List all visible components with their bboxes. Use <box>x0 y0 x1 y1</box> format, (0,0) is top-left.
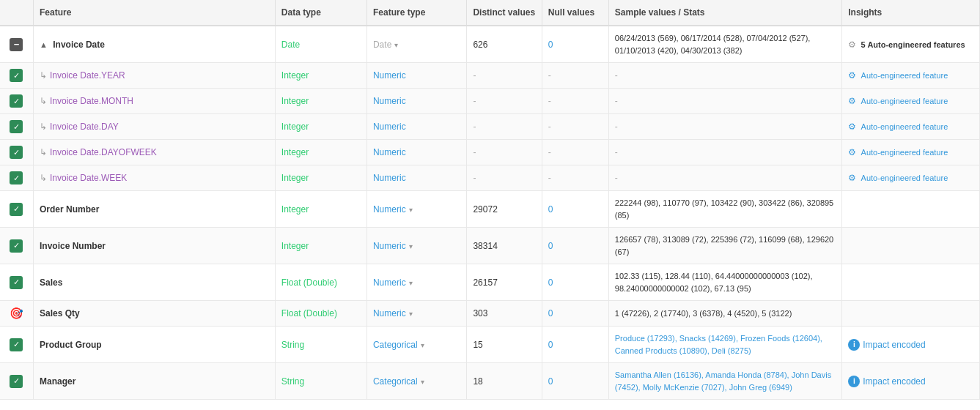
row-feature-name: Order Number <box>33 191 275 228</box>
row-null-values: 0 <box>542 264 608 301</box>
row-feature-name: ↳Invoice Date.DAY <box>33 114 275 140</box>
dropdown-arrow-icon[interactable]: ▾ <box>394 41 398 49</box>
row-datatype: Integer <box>275 228 366 264</box>
table-row: ✓↳Invoice Date.YEARIntegerNumeric--- ⚙ A… <box>0 63 980 89</box>
row-sample-values: Samantha Allen (16136), Amanda Honda (87… <box>608 363 841 400</box>
table-row: 🎯Sales QtyFloat (Double)Numeric▾30301 (4… <box>0 301 980 327</box>
row-checkbox[interactable]: ✓ <box>0 140 33 165</box>
row-null-values: 0 <box>542 363 608 400</box>
table-row: ✓↳Invoice Date.MONTHIntegerNumeric--- ⚙ … <box>0 89 980 114</box>
checkbox-minus-icon[interactable]: − <box>10 38 23 51</box>
row-checkbox[interactable]: − <box>0 26 33 63</box>
gear-icon: ⚙ <box>848 122 856 132</box>
row-checkbox[interactable]: ✓ <box>0 327 33 363</box>
row-checkbox[interactable]: ✓ <box>0 89 33 114</box>
row-null-values: 0 <box>542 327 608 363</box>
row-featuretype[interactable]: Numeric▾ <box>366 191 466 228</box>
row-sample-values: 222244 (98), 110770 (97), 103422 (90), 3… <box>608 191 841 228</box>
table-row: ✓Product GroupStringCategorical▾150Produ… <box>0 327 980 363</box>
row-distinct-values: - <box>467 140 542 165</box>
row-feature-name: Sales Qty <box>33 301 275 327</box>
row-insights <box>842 301 980 327</box>
row-distinct-values: 15 <box>467 327 542 363</box>
row-checkbox[interactable]: ✓ <box>0 165 33 191</box>
row-checkbox[interactable]: ✓ <box>0 363 33 400</box>
row-distinct-values: - <box>467 63 542 89</box>
row-checkbox[interactable]: ✓ <box>0 191 33 228</box>
checkbox-check-icon[interactable]: ✓ <box>10 146 23 159</box>
row-datatype: Integer <box>275 191 366 228</box>
checkbox-check-icon[interactable]: ✓ <box>10 276 23 289</box>
dropdown-arrow-icon[interactable]: ▾ <box>409 310 413 318</box>
table-row: ✓↳Invoice Date.DAYOFWEEKIntegerNumeric--… <box>0 140 980 165</box>
gear-icon: ⚙ <box>848 70 856 81</box>
target-icon[interactable]: 🎯 <box>10 307 23 320</box>
row-datatype: String <box>275 327 366 363</box>
header-featuretype: Feature type <box>366 0 466 26</box>
sub-arrow-icon: ↳ <box>40 70 47 81</box>
row-featuretype[interactable]: Categorical▾ <box>366 327 466 363</box>
row-distinct-values: 38314 <box>467 228 542 264</box>
dropdown-arrow-icon[interactable]: ▾ <box>409 242 413 250</box>
row-checkbox[interactable]: ✓ <box>0 114 33 140</box>
expand-icon[interactable]: ▲ <box>40 40 48 49</box>
row-null-values: - <box>542 63 608 89</box>
checkbox-check-icon[interactable]: ✓ <box>10 338 23 351</box>
row-sample-values: 06/24/2013 (569), 06/17/2014 (528), 07/0… <box>608 26 841 63</box>
header-feature: Feature <box>33 0 275 26</box>
row-distinct-values: 303 <box>467 301 542 327</box>
row-featuretype[interactable]: Numeric▾ <box>366 228 466 264</box>
row-feature-name: ↳Invoice Date.WEEK <box>33 165 275 191</box>
header-sample: Sample values / Stats <box>608 0 841 26</box>
row-datatype: Integer <box>275 89 366 114</box>
checkbox-check-icon[interactable]: ✓ <box>10 203 23 216</box>
dropdown-arrow-icon[interactable]: ▾ <box>409 206 413 214</box>
row-checkbox[interactable]: ✓ <box>0 264 33 301</box>
dropdown-arrow-icon[interactable]: ▾ <box>421 341 424 349</box>
row-featuretype[interactable]: Categorical▾ <box>366 363 466 400</box>
row-featuretype: Numeric <box>366 165 466 191</box>
header-checkbox <box>0 0 33 26</box>
row-datatype: String <box>275 363 366 400</box>
header-insights: Insights <box>842 0 980 26</box>
row-datatype: Float (Double) <box>275 264 366 301</box>
checkbox-check-icon[interactable]: ✓ <box>10 375 23 388</box>
dropdown-arrow-icon[interactable]: ▾ <box>421 378 424 386</box>
row-datatype: Integer <box>275 63 366 89</box>
gear-icon: ⚙ <box>848 173 856 183</box>
row-datatype: Integer <box>275 140 366 165</box>
row-featuretype[interactable]: Date▾ <box>366 26 466 63</box>
checkbox-check-icon[interactable]: ✓ <box>10 120 23 133</box>
table-row: ✓↳Invoice Date.DAYIntegerNumeric--- ⚙ Au… <box>0 114 980 140</box>
features-table: Feature Data type Feature type Distinct … <box>0 0 980 400</box>
table-row: ✓ManagerStringCategorical▾180Samantha Al… <box>0 363 980 400</box>
row-sample-values: - <box>608 140 841 165</box>
info-icon: i <box>848 339 860 351</box>
sub-arrow-icon: ↳ <box>40 122 47 132</box>
row-checkbox[interactable]: ✓ <box>0 228 33 264</box>
row-sample-values: 126657 (78), 313089 (72), 225396 (72), 1… <box>608 228 841 264</box>
sub-arrow-icon: ↳ <box>40 147 47 157</box>
row-insights: i Impact encoded <box>842 363 980 400</box>
table-row: ✓↳Invoice Date.WEEKIntegerNumeric--- ⚙ A… <box>0 165 980 191</box>
table-row: ✓Invoice NumberIntegerNumeric▾3831401266… <box>0 228 980 264</box>
checkbox-check-icon[interactable]: ✓ <box>10 239 23 253</box>
dropdown-arrow-icon[interactable]: ▾ <box>409 279 413 287</box>
row-sample-values: 102.33 (115), 128.44 (110), 64.440000000… <box>608 264 841 301</box>
checkbox-check-icon[interactable]: ✓ <box>10 171 23 184</box>
row-checkbox[interactable]: 🎯 <box>0 301 33 327</box>
row-distinct-values: - <box>467 165 542 191</box>
checkbox-check-icon[interactable]: ✓ <box>10 69 23 82</box>
row-featuretype: Numeric <box>366 114 466 140</box>
row-checkbox[interactable]: ✓ <box>0 63 33 89</box>
gear-icon: ⚙ <box>848 40 856 50</box>
row-null-values: 0 <box>542 228 608 264</box>
row-featuretype[interactable]: Numeric▾ <box>366 264 466 301</box>
row-sample-values: - <box>608 89 841 114</box>
checkbox-check-icon[interactable]: ✓ <box>10 94 23 108</box>
row-insights <box>842 191 980 228</box>
row-featuretype[interactable]: Numeric▾ <box>366 301 466 327</box>
row-feature-name: ↳Invoice Date.YEAR <box>33 63 275 89</box>
info-icon: i <box>848 376 860 387</box>
gear-icon: ⚙ <box>848 96 856 106</box>
